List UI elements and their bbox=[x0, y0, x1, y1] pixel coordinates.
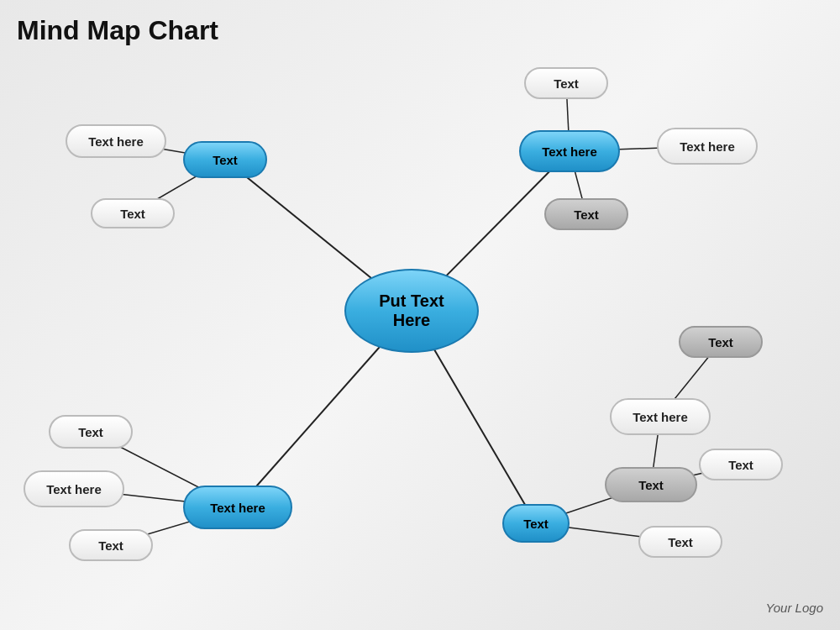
bl-text2-node: Text here bbox=[24, 470, 124, 507]
tl-blue-node: Text bbox=[183, 141, 267, 178]
tl-text1-node: Text here bbox=[66, 124, 166, 158]
tr-text3-node: Text bbox=[544, 198, 628, 230]
tr-text1-node: Text bbox=[524, 67, 608, 99]
tr-text2-node: Text here bbox=[657, 128, 758, 165]
br-text5-node: Text bbox=[638, 526, 722, 558]
br-text3-node: Text bbox=[605, 467, 697, 502]
center-node: Put TextHere bbox=[344, 269, 479, 353]
br-text1-node: Text here bbox=[610, 398, 711, 435]
page-title: Mind Map Chart bbox=[17, 15, 218, 46]
br-text4-node: Text bbox=[699, 449, 783, 480]
tl-text2-node: Text bbox=[91, 198, 175, 228]
br-text2-node: Text bbox=[679, 326, 763, 358]
bl-blue-node: Text here bbox=[183, 486, 292, 529]
logo: Your Logo bbox=[766, 601, 823, 615]
br-blue-node: Text bbox=[502, 504, 570, 543]
tr-blue-node: Text here bbox=[519, 130, 620, 172]
bl-text1-node: Text bbox=[49, 415, 133, 449]
bl-text3-node: Text bbox=[69, 529, 153, 561]
